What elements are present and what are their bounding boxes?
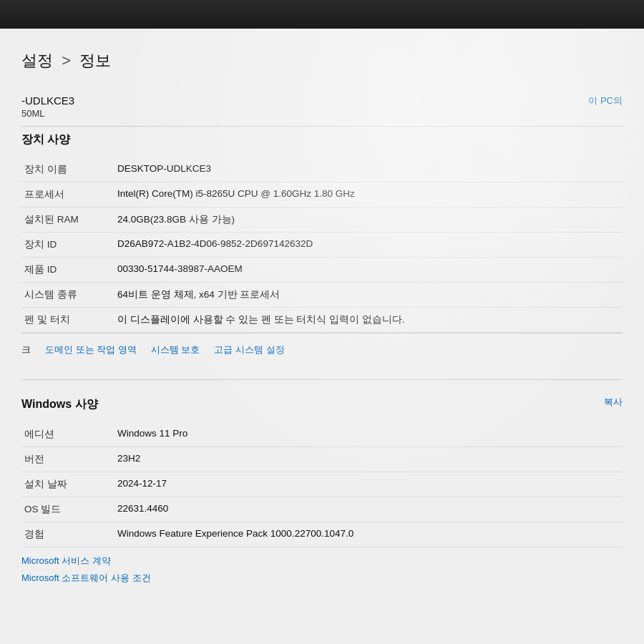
ms-link-item[interactable]: Microsoft 소프트웨어 사용 조건 bbox=[21, 572, 623, 585]
spec-label: 프로세서 bbox=[21, 182, 114, 208]
device-spec-row: 펜 및 터치 이 디스플레이에 사용할 수 있는 펜 또는 터치식 입력이 없습… bbox=[21, 308, 623, 333]
spec-label: 장치 ID bbox=[21, 233, 114, 258]
spec-label: 에디션 bbox=[21, 422, 114, 447]
section-divider bbox=[21, 379, 623, 380]
windows-section-title: Windows 사양 bbox=[21, 397, 98, 412]
device-model: 50ML bbox=[21, 108, 74, 119]
windows-spec-row: OS 빌드 22631.4460 bbox=[21, 497, 623, 522]
device-header: -UDLKCE3 50ML 이 PC의 bbox=[21, 86, 623, 127]
spec-value: Windows 11 Pro bbox=[114, 422, 623, 447]
pc-rename-button[interactable]: 이 PC의 bbox=[588, 94, 623, 107]
link-advanced-system[interactable]: 고급 시스템 설정 bbox=[214, 343, 284, 356]
spec-value: 00330-51744-38987-AAOEM bbox=[114, 258, 623, 283]
spec-label: 경험 bbox=[21, 522, 114, 547]
windows-spec-row: 버전 23H2 bbox=[21, 447, 623, 472]
spec-label: 설치 날짜 bbox=[21, 472, 114, 497]
spec-label: 버전 bbox=[21, 447, 114, 472]
device-name-main: -UDLKCE3 bbox=[21, 94, 74, 107]
spec-value: 64비트 운영 체제, x64 기반 프로세서 bbox=[114, 283, 623, 308]
windows-section-header: Windows 사양 복사 bbox=[21, 391, 623, 412]
windows-spec-row: 경험 Windows Feature Experience Pack 1000.… bbox=[21, 522, 623, 547]
spec-label: 설치된 RAM bbox=[21, 208, 114, 233]
spec-value: 22631.4460 bbox=[114, 497, 623, 522]
device-specs-section: 장치 사양 장치 이름 DESKTOP-UDLKCE3 프로세서 Intel(R… bbox=[21, 132, 623, 362]
spec-value: D26AB972-A1B2-4D06-9852-2D697142632D bbox=[114, 233, 623, 258]
ms-link-item[interactable]: Microsoft 서비스 계약 bbox=[21, 555, 623, 567]
device-spec-table: 장치 이름 DESKTOP-UDLKCE3 프로세서 Intel(R) Core… bbox=[21, 157, 623, 333]
spec-value: 이 디스플레이에 사용할 수 있는 펜 또는 터치식 입력이 없습니다. bbox=[114, 308, 623, 333]
windows-spec-table: 에디션 Windows 11 Pro 버전 23H2 설치 날짜 2024-12… bbox=[21, 422, 623, 547]
spec-label: 시스템 종류 bbox=[21, 283, 114, 308]
spec-value: 24.0GB(23.8GB 사용 가능) bbox=[114, 208, 623, 233]
spec-value: Windows Feature Experience Pack 1000.227… bbox=[114, 522, 623, 547]
breadcrumb-current: 정보 bbox=[79, 52, 111, 69]
spec-value: DESKTOP-UDLKCE3 bbox=[114, 157, 623, 182]
spec-label: 제품 ID bbox=[21, 258, 114, 283]
device-spec-row: 장치 이름 DESKTOP-UDLKCE3 bbox=[21, 157, 623, 182]
windows-spec-row: 에디션 Windows 11 Pro bbox=[21, 422, 623, 447]
page-container: 설정 > 정보 -UDLKCE3 50ML 이 PC의 장치 사양 장치 이름 … bbox=[0, 29, 644, 644]
ms-links-container: Microsoft 서비스 계약Microsoft 소프트웨어 사용 조건 bbox=[21, 555, 623, 585]
device-spec-row: 설치된 RAM 24.0GB(23.8GB 사용 가능) bbox=[21, 208, 623, 233]
windows-spec-row: 설치 날짜 2024-12-17 bbox=[21, 472, 623, 497]
device-spec-row: 프로세서 Intel(R) Core(TM) i5-8265U CPU @ 1.… bbox=[21, 182, 623, 208]
top-bar bbox=[0, 0, 644, 29]
spec-label: OS 빌드 bbox=[21, 497, 114, 522]
device-header-left: -UDLKCE3 50ML bbox=[21, 94, 74, 119]
breadcrumb: 설정 > 정보 bbox=[21, 43, 623, 72]
spec-value: 23H2 bbox=[114, 447, 623, 472]
breadcrumb-parent[interactable]: 설정 bbox=[21, 52, 53, 69]
spec-value: Intel(R) Core(TM) i5-8265U CPU @ 1.60GHz… bbox=[114, 182, 623, 208]
device-links-row: 크 도메인 또는 작업 영역 시스템 보호 고급 시스템 설정 bbox=[21, 333, 623, 362]
spec-label: 장치 이름 bbox=[21, 157, 114, 182]
device-spec-row: 제품 ID 00330-51744-38987-AAOEM bbox=[21, 258, 623, 283]
link-domain[interactable]: 도메인 또는 작업 영역 bbox=[45, 343, 137, 356]
link-system-protection[interactable]: 시스템 보호 bbox=[151, 343, 200, 356]
spec-label: 펜 및 터치 bbox=[21, 308, 114, 333]
breadcrumb-separator: > bbox=[62, 52, 71, 69]
spec-value: 2024-12-17 bbox=[114, 472, 623, 497]
links-prefix: 크 bbox=[21, 343, 31, 356]
device-spec-row: 장치 ID D26AB972-A1B2-4D06-9852-2D69714263… bbox=[21, 233, 623, 258]
copy-button[interactable]: 복사 bbox=[604, 396, 623, 409]
device-section-title: 장치 사양 bbox=[21, 132, 623, 147]
device-spec-row: 시스템 종류 64비트 운영 체제, x64 기반 프로세서 bbox=[21, 283, 623, 308]
windows-specs-section: Windows 사양 복사 에디션 Windows 11 Pro 버전 23H2… bbox=[21, 391, 623, 585]
